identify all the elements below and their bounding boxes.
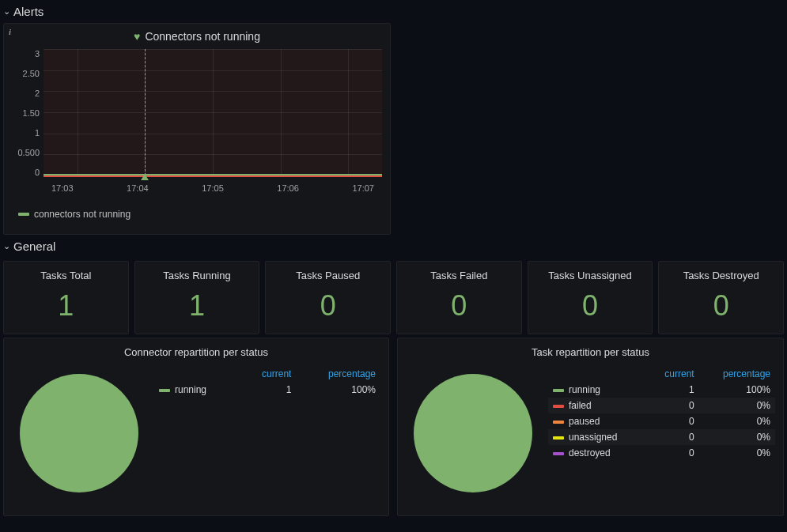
y-tick: 3 — [12, 49, 40, 58]
legend-percentage: 0% — [699, 445, 775, 461]
plot-area[interactable] — [44, 49, 382, 177]
legend-row[interactable]: paused00% — [548, 413, 775, 429]
x-tick: 17:05 — [202, 183, 224, 193]
col-header-percentage[interactable]: percentage — [296, 366, 380, 382]
legend-label: failed — [548, 398, 647, 413]
panel-title: Connector repartition per status — [12, 346, 380, 358]
legend-percentage: 0% — [699, 398, 775, 413]
stat-panel[interactable]: Tasks Total1 — [3, 261, 129, 334]
chevron-down-icon: ⌄ — [3, 241, 10, 251]
x-tick: 17:04 — [127, 183, 149, 193]
stat-value: 0 — [400, 289, 518, 323]
legend-swatch — [553, 436, 564, 440]
legend-row[interactable]: running1100% — [548, 382, 775, 398]
col-header-percentage[interactable]: percentage — [699, 366, 775, 382]
section-title: General — [13, 240, 55, 253]
stat-value: 0 — [662, 289, 780, 323]
legend-row[interactable]: destroyed00% — [548, 445, 775, 461]
pie-chart[interactable] — [20, 374, 138, 492]
stat-panel[interactable]: Tasks Unassigned0 — [528, 261, 653, 334]
legend-label: destroyed — [548, 445, 647, 461]
pie-chart[interactable] — [414, 374, 532, 492]
legend-current: 1 — [238, 382, 296, 398]
legend-current: 0 — [647, 445, 699, 461]
heart-icon: ♥ — [134, 31, 140, 42]
y-axis: 3 2.50 2 1.50 1 0.500 0 — [12, 49, 44, 177]
legend-percentage: 0% — [699, 413, 775, 429]
pie-legend: current percentage running1100%failed00%… — [548, 366, 775, 461]
col-header-current[interactable]: current — [238, 366, 296, 382]
legend-current: 1 — [647, 382, 699, 398]
stat-panel[interactable]: Tasks Paused0 — [265, 261, 391, 334]
legend-current: 0 — [647, 429, 699, 445]
panel-title: ♥ Connectors not running — [12, 30, 382, 43]
y-tick: 1 — [12, 128, 40, 138]
stat-title: Tasks Failed — [400, 270, 518, 281]
stat-title: Tasks Total — [7, 270, 125, 281]
stat-panel[interactable]: Tasks Destroyed0 — [658, 261, 784, 334]
legend-label: running — [154, 382, 238, 398]
legend-row[interactable]: running1100% — [154, 382, 380, 398]
stat-panel[interactable]: Tasks Running1 — [134, 261, 260, 334]
stat-title: Tasks Unassigned — [532, 270, 649, 281]
legend-label: connectors not running — [34, 209, 131, 220]
x-axis: 17:03 17:04 17:05 17:06 17:07 — [44, 182, 382, 193]
section-title: Alerts — [13, 5, 44, 18]
pie-legend: current percentage running1100% — [154, 366, 380, 398]
stat-title: Tasks Destroyed — [662, 270, 780, 281]
y-tick: 1.50 — [12, 108, 40, 118]
stat-title: Tasks Running — [138, 270, 256, 281]
stat-value: 1 — [138, 289, 256, 323]
x-tick: 17:03 — [51, 183, 74, 193]
stat-title: Tasks Paused — [269, 270, 387, 281]
section-header-general[interactable]: ⌄ General — [0, 235, 787, 258]
legend-label: unassigned — [548, 429, 647, 445]
y-tick: 0.500 — [12, 148, 40, 157]
chart-legend[interactable]: connectors not running — [18, 209, 382, 220]
legend-row[interactable]: failed00% — [548, 398, 775, 413]
legend-label: running — [548, 382, 647, 398]
legend-row[interactable]: unassigned00% — [548, 429, 775, 445]
info-icon[interactable]: i — [9, 27, 11, 36]
legend-swatch — [553, 452, 564, 455]
time-cursor — [145, 49, 146, 175]
panel-connector-repartition[interactable]: Connector repartition per status current… — [3, 338, 389, 516]
section-header-alerts[interactable]: ⌄ Alerts — [0, 0, 787, 23]
legend-percentage: 100% — [296, 382, 380, 398]
legend-swatch — [553, 421, 564, 424]
stats-row: Tasks Total1Tasks Running1Tasks Paused0T… — [3, 261, 784, 334]
stat-value: 0 — [269, 289, 387, 323]
panel-task-repartition[interactable]: Task repartition per status current perc… — [397, 338, 784, 516]
legend-swatch — [18, 213, 29, 216]
y-tick: 2 — [12, 89, 40, 98]
col-header-current[interactable]: current — [647, 366, 699, 382]
stat-value: 0 — [532, 289, 649, 323]
stat-panel[interactable]: Tasks Failed0 — [396, 261, 522, 334]
y-tick: 0 — [12, 168, 40, 177]
legend-swatch — [553, 389, 564, 392]
y-tick: 2.50 — [12, 69, 40, 78]
chart-plot[interactable]: 3 2.50 2 1.50 1 0.500 0 17:03 17:0 — [12, 49, 382, 191]
x-tick: 17:07 — [352, 183, 374, 193]
legend-current: 0 — [647, 413, 699, 429]
legend-percentage: 0% — [699, 429, 775, 445]
panel-title-text: Connectors not running — [145, 30, 260, 43]
legend-label: paused — [548, 413, 647, 429]
chevron-down-icon: ⌄ — [3, 6, 10, 17]
stat-value: 1 — [7, 289, 125, 323]
time-marker-icon — [141, 174, 149, 180]
panel-title: Task repartition per status — [406, 346, 775, 358]
legend-swatch — [159, 389, 170, 392]
legend-percentage: 100% — [699, 382, 775, 398]
legend-current: 0 — [647, 398, 699, 413]
panel-connectors-not-running[interactable]: i ♥ Connectors not running 3 2.50 2 1.50… — [3, 23, 391, 235]
legend-swatch — [553, 405, 564, 408]
x-tick: 17:06 — [277, 183, 299, 193]
series-line — [44, 174, 382, 175]
